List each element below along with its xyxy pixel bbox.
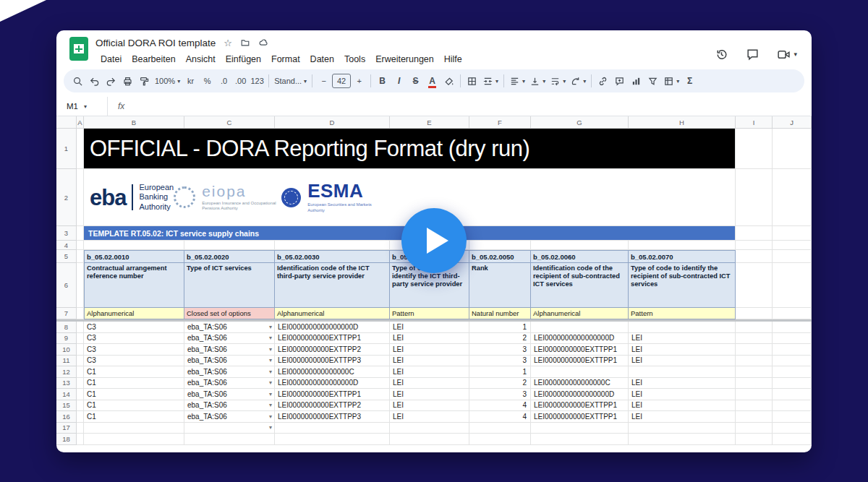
- cell-B10[interactable]: C3: [84, 344, 184, 356]
- cell-J10[interactable]: [773, 344, 812, 356]
- header-title-C6[interactable]: Type of ICT services: [184, 263, 275, 308]
- cell-D15[interactable]: LEI0000000000EXTTPP2: [275, 400, 390, 412]
- cell-F14[interactable]: 3: [469, 389, 531, 400]
- dropdown-caret-icon[interactable]: ▾: [269, 379, 274, 386]
- column-header-D[interactable]: D: [275, 116, 390, 129]
- decrease-decimals-button[interactable]: .0: [216, 72, 232, 90]
- sheets-logo-icon[interactable]: [69, 37, 88, 61]
- name-box[interactable]: M1 ▾: [56, 102, 107, 111]
- cell-G13[interactable]: LEI000000000000000C: [531, 378, 629, 390]
- increase-decimals-button[interactable]: .00: [232, 72, 249, 90]
- cell-C12[interactable]: eba_TA:S06▾: [184, 366, 275, 378]
- percent-format-button[interactable]: %: [199, 72, 216, 90]
- insert-link-icon[interactable]: [595, 72, 611, 90]
- cell-J1[interactable]: [773, 129, 812, 169]
- cell-H8[interactable]: [629, 322, 736, 333]
- italic-button[interactable]: I: [391, 72, 407, 90]
- zoom-select[interactable]: 100%▾: [153, 72, 182, 90]
- cell-C16[interactable]: eba_TA:S06▾: [184, 411, 275, 423]
- cell-H14[interactable]: LEI: [629, 389, 736, 400]
- cell-G12[interactable]: [531, 366, 629, 378]
- decrease-font-size-button[interactable]: −: [315, 72, 332, 90]
- cell-B4[interactable]: [84, 241, 184, 250]
- dropdown-caret-icon[interactable]: ▾: [269, 369, 274, 375]
- cell-F4[interactable]: [469, 241, 531, 250]
- cell-A18[interactable]: [77, 434, 84, 445]
- column-header-J[interactable]: J: [773, 116, 812, 129]
- cell-A10[interactable]: [77, 344, 84, 356]
- column-header-F[interactable]: F: [469, 116, 531, 129]
- header-code-C5[interactable]: b_05.02.0020: [184, 250, 275, 263]
- cell-D11[interactable]: LEI0000000000EXTTPP3: [275, 356, 390, 367]
- header-title-G6[interactable]: Identification code of the recipient of …: [531, 263, 629, 308]
- cell-A4[interactable]: [77, 241, 84, 250]
- cell-D13[interactable]: LEI0000000000000000D: [275, 378, 390, 390]
- cell-I6[interactable]: [736, 263, 773, 308]
- row-header-6[interactable]: 6: [56, 263, 77, 308]
- cell-F13[interactable]: 2: [469, 378, 531, 390]
- cell-H17[interactable]: [629, 423, 736, 434]
- cell-I10[interactable]: [736, 344, 773, 356]
- cell-I12[interactable]: [736, 366, 773, 378]
- cell-I3[interactable]: [736, 226, 773, 241]
- cell-H15[interactable]: LEI: [629, 400, 736, 412]
- cell-A2[interactable]: [77, 169, 84, 226]
- cell-J12[interactable]: [773, 366, 812, 378]
- row-header-7[interactable]: 7: [56, 308, 77, 319]
- cell-G8[interactable]: [531, 322, 629, 333]
- comments-icon[interactable]: [746, 48, 760, 61]
- row-header-9[interactable]: 9: [56, 333, 77, 345]
- cell-F10[interactable]: 3: [469, 344, 531, 356]
- menu-bearbeiten[interactable]: Bearbeiten: [127, 53, 180, 66]
- cloud-status-icon[interactable]: [258, 38, 268, 48]
- cell-D18[interactable]: [275, 434, 390, 445]
- menu-tools[interactable]: Tools: [339, 53, 370, 66]
- header-title-B6[interactable]: Contractual arrangement reference number: [84, 263, 184, 308]
- cell-G14[interactable]: LEI0000000000000000D: [531, 389, 629, 400]
- row-header-10[interactable]: 10: [56, 344, 77, 356]
- cell-D4[interactable]: [275, 241, 390, 250]
- meet-camera-icon[interactable]: ▾: [777, 48, 797, 61]
- menu-hilfe[interactable]: Hilfe: [439, 53, 467, 66]
- vertical-align-icon[interactable]: ▾: [527, 72, 548, 90]
- cell-A11[interactable]: [77, 356, 84, 367]
- filter-icon[interactable]: [644, 72, 661, 90]
- data-type-F7[interactable]: Natural number: [469, 308, 531, 319]
- video-play-button[interactable]: [401, 208, 467, 273]
- cell-I13[interactable]: [736, 378, 773, 390]
- grid-corner[interactable]: [56, 116, 77, 129]
- data-type-G7[interactable]: Alphanumerical: [531, 308, 629, 319]
- cell-I14[interactable]: [736, 389, 773, 400]
- cell-H4[interactable]: [629, 241, 736, 250]
- header-code-B5[interactable]: b_05.02.0010: [84, 250, 184, 263]
- cell-J15[interactable]: [773, 400, 812, 412]
- cell-E11[interactable]: LEI: [390, 356, 469, 367]
- cell-C4[interactable]: [184, 241, 275, 250]
- row-header-15[interactable]: 15: [56, 400, 77, 412]
- cell-F8[interactable]: 1: [469, 322, 531, 333]
- row-header-8[interactable]: 8: [56, 322, 77, 333]
- paint-format-icon[interactable]: [136, 72, 153, 90]
- cell-J2[interactable]: [773, 169, 812, 226]
- cell-J11[interactable]: [773, 356, 812, 367]
- column-header-G[interactable]: G: [531, 116, 629, 129]
- font-size-input[interactable]: 42: [332, 74, 351, 88]
- cell-J6[interactable]: [773, 263, 812, 308]
- search-menus-icon[interactable]: [69, 72, 86, 90]
- menu-erweiterungen[interactable]: Erweiterungen: [370, 53, 439, 66]
- cell-A13[interactable]: [77, 378, 84, 390]
- dropdown-caret-icon[interactable]: ▾: [269, 413, 274, 420]
- cell-E16[interactable]: LEI: [390, 411, 469, 423]
- cell-H10[interactable]: LEI: [629, 344, 736, 356]
- data-type-E7[interactable]: Pattern: [390, 308, 469, 319]
- camera-dropdown-caret[interactable]: ▾: [793, 51, 797, 58]
- cell-C9[interactable]: eba_TA:S06▾: [184, 333, 275, 345]
- dropdown-caret-icon[interactable]: ▾: [269, 346, 274, 353]
- dropdown-caret-icon[interactable]: ▾: [269, 424, 274, 431]
- cell-G10[interactable]: LEI0000000000EXTTPP1: [531, 344, 629, 356]
- cell-C13[interactable]: eba_TA:S06▾: [184, 378, 275, 390]
- cell-G15[interactable]: LEI0000000000EXTTPP1: [531, 400, 629, 412]
- cell-E17[interactable]: [390, 423, 469, 434]
- cell-A12[interactable]: [77, 366, 84, 378]
- cell-E8[interactable]: LEI: [390, 322, 469, 333]
